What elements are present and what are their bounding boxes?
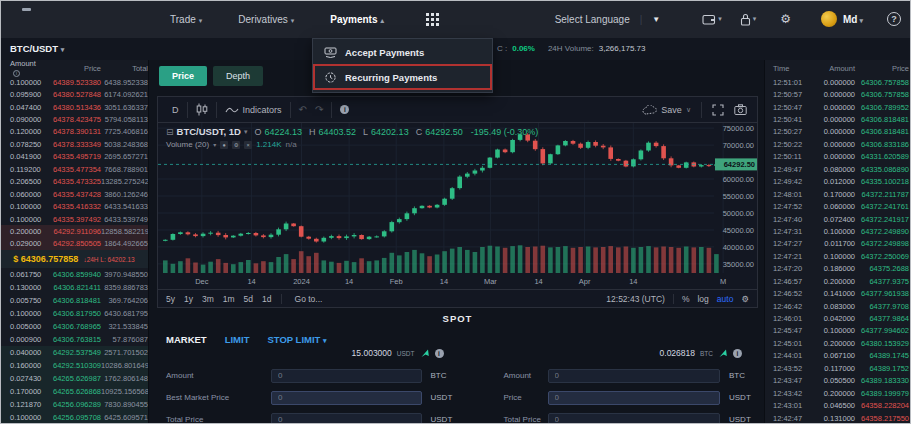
sell-order-row[interactable]: 0.100000 64389.523380 6438.952338 bbox=[0, 76, 148, 88]
wallet-menu[interactable]: ▾ bbox=[702, 13, 722, 25]
ticker-stats: C : 0.06% 24H Volume: 3,266,175.73 bbox=[497, 44, 645, 53]
pointer-icon[interactable] bbox=[420, 348, 430, 358]
sell-amount-input[interactable] bbox=[548, 369, 721, 383]
buy-order-row[interactable]: 0.121870 64256.096289 7830.890455 bbox=[0, 398, 148, 411]
close-icon[interactable]: × bbox=[244, 141, 252, 149]
sell-order-row[interactable]: 0.100000 64335.397492 6433.539749 bbox=[0, 213, 148, 225]
sell-order-row[interactable]: 0.060000 64335.437428 3860.126246 bbox=[0, 188, 148, 200]
symbol-label[interactable]: BTC/USDT, 1D bbox=[177, 126, 241, 137]
percent-scale-button[interactable]: % bbox=[682, 294, 690, 304]
nav-derivatives[interactable]: Derivatives▾ bbox=[238, 14, 294, 25]
sell-order-row[interactable]: 0.206500 64335.473325 13285.275242 bbox=[0, 176, 148, 188]
info-icon[interactable]: i bbox=[435, 349, 444, 358]
range-1d[interactable]: 1d bbox=[262, 294, 271, 304]
amount-cell: 0.080000 bbox=[809, 165, 855, 174]
last-price-bar[interactable]: $ 64306.757858 ↓24H L: 64202.13 bbox=[0, 250, 148, 268]
tab-limit[interactable]: LIMIT bbox=[225, 334, 250, 345]
user-avatar[interactable] bbox=[821, 11, 837, 27]
sell-order-row[interactable]: 0.047400 64380.513436 3051.636337 bbox=[0, 101, 148, 113]
fullscreen-button[interactable] bbox=[712, 104, 724, 116]
pointer-icon[interactable] bbox=[718, 348, 728, 358]
price-cell: 64265.626987 bbox=[42, 374, 101, 383]
nav-payments[interactable]: Payments▴ bbox=[330, 14, 384, 25]
sell-total-input[interactable] bbox=[548, 413, 721, 424]
sell-order-row[interactable]: 0.120000 64378.390131 7725.406816 bbox=[0, 126, 148, 138]
info-icon[interactable]: i bbox=[13, 70, 20, 77]
total-cell: 3051.636337 bbox=[101, 103, 148, 112]
tab-price[interactable]: Price bbox=[159, 66, 207, 86]
pair-selector[interactable]: BTC/USDT ▾ bbox=[10, 43, 64, 54]
range-3m[interactable]: 3m bbox=[202, 294, 214, 304]
sell-order-row[interactable]: 0.029000 64292.850505 1864.492665 bbox=[0, 238, 148, 250]
field-unit: USDT bbox=[720, 415, 756, 424]
gear-icon[interactable]: ⚙ bbox=[741, 294, 749, 304]
buy-order-row[interactable]: 0.100000 64256.095708 6425.609571 bbox=[0, 411, 148, 424]
menu-item-recurring-payments[interactable]: Recurring Payments bbox=[313, 64, 492, 90]
interval-button[interactable]: D bbox=[172, 105, 179, 115]
buy-order-row[interactable]: 0.100000 64306.817950 6430.681795 bbox=[0, 307, 148, 320]
screenshot-button[interactable] bbox=[734, 104, 747, 115]
chevron-down-icon[interactable]: ▾ bbox=[244, 128, 248, 136]
sell-price-input[interactable] bbox=[548, 391, 721, 405]
log-scale-button[interactable]: log bbox=[697, 294, 708, 304]
buy-order-row[interactable]: 0.170000 64265.626868 10925.156568 bbox=[0, 385, 148, 398]
trade-row: 12:45:47 0.100000 64377.994602 bbox=[765, 325, 911, 337]
price-cell: 64372.241917 bbox=[855, 215, 911, 224]
total-cell: 3970.948550 bbox=[101, 270, 148, 279]
range-5y[interactable]: 5y bbox=[166, 294, 175, 304]
user-menu[interactable]: Md▾ bbox=[843, 14, 863, 25]
range-1y[interactable]: 1y bbox=[184, 294, 193, 304]
buy-order-row[interactable]: 0.027430 64265.626987 1762.806148 bbox=[0, 372, 148, 385]
redo-button[interactable]: ↷ bbox=[315, 104, 323, 115]
buy-order-row[interactable]: 0.160000 64292.510309 10286.801649 bbox=[0, 359, 148, 372]
buy-amount-input[interactable] bbox=[271, 369, 422, 383]
help-icon[interactable]: ? bbox=[887, 12, 901, 26]
indicators-button[interactable]: Indicators bbox=[225, 105, 282, 115]
chevron-down-icon[interactable]: ▾ bbox=[213, 141, 216, 148]
goto-button[interactable]: Go to... bbox=[295, 294, 323, 304]
tab-market[interactable]: MARKET bbox=[166, 334, 207, 345]
tab-depth[interactable]: Depth bbox=[213, 66, 263, 86]
sell-order-row[interactable]: 0.041900 64335.495719 2695.657271 bbox=[0, 151, 148, 163]
svg-text:50000.00: 50000.00 bbox=[723, 209, 754, 218]
eye-icon[interactable]: ● bbox=[220, 141, 228, 149]
sell-order-row[interactable]: 0.078250 64378.333349 5038.248368 bbox=[0, 138, 148, 150]
sell-order-row[interactable]: 0.119200 64335.477354 7668.788901 bbox=[0, 163, 148, 175]
total-cell: 7725.406816 bbox=[101, 127, 148, 136]
candle-style-button[interactable] bbox=[196, 103, 208, 116]
auto-scale-button[interactable]: auto bbox=[717, 294, 734, 304]
chart-info-icon[interactable]: i bbox=[340, 105, 349, 114]
buy-order-row[interactable]: 0.005750 64306.818481 369.764206 bbox=[0, 294, 148, 307]
sell-order-row[interactable]: 0.090000 64378.423475 5794.058113 bbox=[0, 113, 148, 125]
buy-order-row[interactable]: 0.130000 64306.821411 8359.886783 bbox=[0, 281, 148, 294]
app-logo[interactable] bbox=[22, 8, 31, 11]
buy-best-price-input[interactable] bbox=[271, 391, 422, 405]
tab-stop-limit[interactable]: STOP LIMIT ▾ bbox=[267, 334, 326, 345]
buy-order-row[interactable]: 0.061750 64306.859940 3970.948550 bbox=[0, 268, 148, 281]
sell-order-row[interactable]: 0.200000 64292.911096 12858.582219 bbox=[0, 225, 148, 237]
range-1m[interactable]: 1m bbox=[223, 294, 235, 304]
amount-cell: 0.100000 bbox=[0, 215, 42, 224]
sell-order-row[interactable]: 0.100000 64335.416332 6433.541633 bbox=[0, 200, 148, 212]
buy-order-row[interactable]: 0.000900 64306.763815 57.876087 bbox=[0, 333, 148, 346]
save-layout-button[interactable]: Save ∨ bbox=[642, 105, 691, 115]
range-5d[interactable]: 5d bbox=[244, 294, 253, 304]
buy-order-row[interactable]: 0.005000 64306.768965 321.533845 bbox=[0, 320, 148, 333]
sell-order-row[interactable]: 0.095900 64380.527848 6174.092621 bbox=[0, 88, 148, 100]
buy-order-row[interactable]: 0.040000 64292.537549 2571.701502 bbox=[0, 346, 148, 359]
menu-item-accept-payments[interactable]: Accept Payments bbox=[313, 41, 492, 64]
settings-button[interactable]: ⚙ bbox=[780, 12, 791, 26]
clock-utc[interactable]: 12:52:43 (UTC) bbox=[606, 294, 665, 304]
amount-cell: 0.120000 bbox=[0, 127, 42, 136]
select-language[interactable]: Select Language | ▼ bbox=[555, 14, 661, 25]
gear-icon[interactable]: ⚙ bbox=[232, 141, 240, 149]
volume-legend-label[interactable]: Volume (20) bbox=[166, 140, 209, 149]
svg-text:60000.00: 60000.00 bbox=[723, 175, 754, 184]
nav-trade[interactable]: Trade▾ bbox=[170, 14, 202, 25]
security-menu[interactable]: ▾ bbox=[740, 13, 757, 26]
collapse-icon[interactable]: ⊟ bbox=[166, 127, 174, 137]
apps-grid-icon[interactable] bbox=[426, 13, 439, 26]
info-icon[interactable]: i bbox=[733, 349, 742, 358]
undo-button[interactable]: ↶ bbox=[299, 104, 307, 115]
buy-total-input[interactable] bbox=[271, 413, 422, 424]
